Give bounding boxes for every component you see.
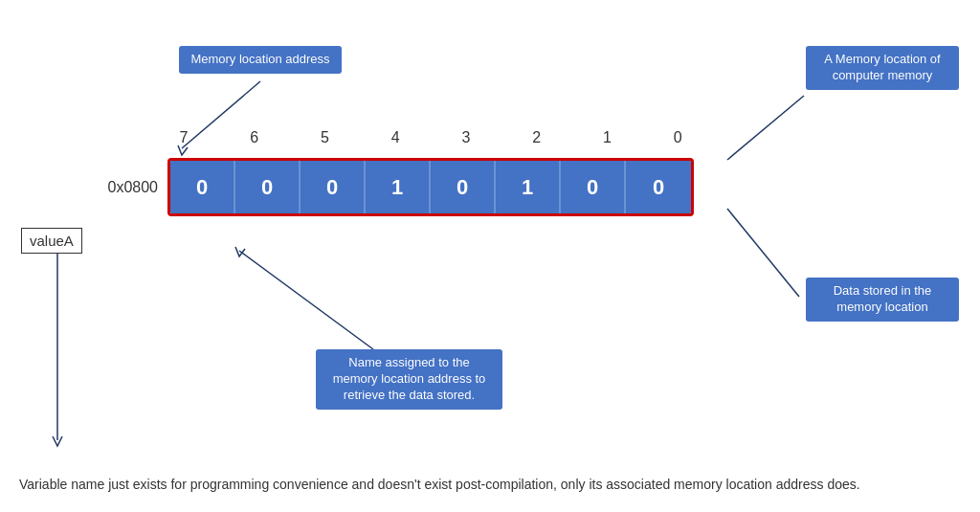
memory-row: 0x0800 0 0 0 1 0 1 0 0	[86, 158, 694, 216]
diagram-container: Memory location address A Memory locatio…	[0, 0, 980, 512]
variable-name-box: valueA	[21, 228, 82, 254]
bit-cell-0: 0	[626, 161, 691, 213]
bit-cell-3: 0	[431, 161, 496, 213]
bit-index-4: 4	[365, 129, 427, 146]
bit-index-7: 7	[152, 129, 214, 146]
address-label: 0x0800	[86, 179, 158, 196]
svg-line-3	[239, 251, 373, 349]
svg-line-1	[727, 96, 804, 160]
bit-indices-row: 7 6 5 4 3 2 1 0	[148, 129, 713, 146]
bit-index-5: 5	[294, 129, 356, 146]
memory-location-address-label: Memory location address	[179, 46, 342, 74]
svg-line-2	[727, 209, 799, 297]
bit-cell-7: 0	[170, 161, 235, 213]
bit-index-3: 3	[434, 129, 497, 146]
name-assigned-label: Name assigned to the memory location add…	[316, 349, 502, 410]
data-stored-label: Data stored in the memory location	[806, 278, 959, 322]
bit-index-1: 1	[576, 129, 638, 146]
bit-cell-5: 0	[301, 161, 366, 213]
bit-index-6: 6	[223, 129, 285, 146]
bit-cell-1: 0	[561, 161, 626, 213]
bit-cell-2: 1	[496, 161, 561, 213]
bit-index-2: 2	[505, 129, 568, 146]
bit-index-0: 0	[647, 129, 709, 146]
computer-memory-label: A Memory location of computer memory	[806, 46, 959, 90]
memory-cells: 0 0 0 1 0 1 0 0	[167, 158, 694, 216]
bottom-description: Variable name just exists for programmin…	[19, 475, 961, 495]
bit-cell-4: 1	[366, 161, 431, 213]
bit-cell-6: 0	[235, 161, 301, 213]
